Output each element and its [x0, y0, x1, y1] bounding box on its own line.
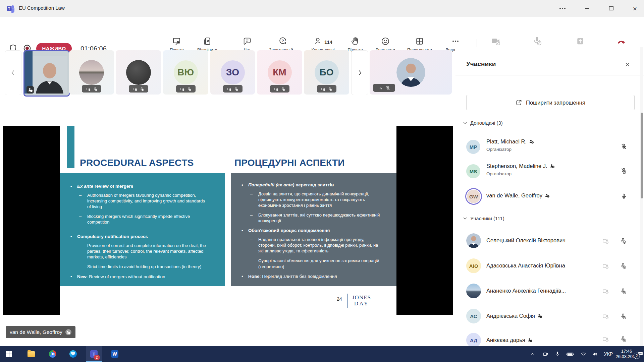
mic-off-icon: [328, 87, 332, 91]
camera-off-icon: [180, 87, 184, 91]
camera-off-icon[interactable]: [602, 263, 609, 269]
avatar-photo-speaker: [396, 58, 425, 87]
video-tile-presenter[interactable]: [23, 50, 70, 97]
avatar-tile[interactable]: БО: [304, 50, 349, 95]
avatar-tile[interactable]: КМ: [257, 50, 302, 95]
camera-off-icon[interactable]: [602, 313, 609, 319]
scrollbar-thumb[interactable]: [641, 113, 643, 198]
participant-count: 114: [324, 39, 332, 46]
chevron-down-icon[interactable]: [462, 120, 468, 126]
avatar: MS: [466, 164, 480, 178]
mic-muted-icon: [385, 85, 390, 90]
mic-off-icon: [93, 87, 97, 91]
attendees-section-header[interactable]: Учасники (111): [470, 216, 504, 221]
word-icon[interactable]: W: [107, 346, 123, 362]
mic-off-icon[interactable]: [620, 336, 626, 342]
screen-share-icon: [162, 36, 192, 46]
slide-body-en: Ex ante review of mergers Authorisation …: [60, 173, 225, 286]
close-icon[interactable]: ×: [625, 0, 644, 17]
speakers-section-header[interactable]: Доповідачі (3): [470, 120, 503, 126]
tray-mic-icon[interactable]: [552, 346, 563, 362]
toolbar-react[interactable]: Реагувати: [370, 36, 400, 52]
avatar-tile[interactable]: ВЮ: [163, 50, 208, 95]
spotlight-tile[interactable]: [370, 50, 452, 95]
more-dots-icon: [440, 36, 471, 46]
chrome-icon[interactable]: [45, 346, 61, 362]
avatar-tile[interactable]: [69, 50, 114, 95]
attendee-badge-icon: [537, 313, 542, 318]
toolbar-raise-hand[interactable]: Підняти: [340, 36, 370, 52]
tray-expand-icon[interactable]: [527, 346, 537, 362]
avatar-initials: КМ: [268, 60, 292, 84]
presentation-slide: PROCEDURAL ASPECTS ПРОЦЕДУРНІ АСПЕКТИ Ex…: [60, 126, 396, 315]
mic-off-icon[interactable]: [620, 313, 626, 319]
attendee-badge-icon: [65, 329, 71, 335]
mic-muted-icon[interactable]: [621, 143, 627, 150]
close-icon[interactable]: [623, 60, 632, 69]
attendee-badge-icon: [528, 338, 533, 343]
attendee-badge-icon: [550, 164, 555, 169]
tray-camera-icon[interactable]: [540, 346, 551, 362]
avatar: MP: [466, 140, 480, 154]
edge-icon[interactable]: [65, 346, 81, 362]
mic-off-icon[interactable]: [620, 238, 626, 244]
attendee-badge-icon: [545, 193, 550, 198]
more-icon[interactable]: [553, 0, 572, 17]
mic-off-icon[interactable]: [620, 288, 626, 294]
avatar: АЮ: [466, 258, 481, 273]
mic-off-icon: [187, 87, 191, 91]
avatar-tile[interactable]: [116, 50, 161, 95]
avatar: АС: [466, 309, 481, 323]
jones-day-logo: JONES DAY: [352, 295, 371, 307]
avatar-initials: БО: [315, 60, 339, 84]
slide-accent-bar: [67, 126, 74, 168]
unpin-icon: [192, 36, 222, 46]
svg-text:T: T: [8, 7, 10, 11]
logo-divider: [347, 294, 347, 308]
camera-off-icon: [321, 87, 325, 91]
camera-off-icon[interactable]: [602, 288, 609, 294]
slide-title-en: PROCEDURAL ASPECTS: [80, 158, 194, 168]
tray-wifi-icon[interactable]: [578, 346, 589, 362]
scrollbar[interactable]: [640, 47, 643, 346]
tray-battery-icon[interactable]: [564, 346, 576, 362]
minimize-icon[interactable]: [578, 0, 597, 17]
file-explorer-icon[interactable]: [23, 346, 39, 362]
camera-off-icon: [481, 36, 511, 46]
divider: [455, 75, 644, 75]
share-invite-button[interactable]: Поширити запрошення: [466, 95, 635, 110]
toolbar-start-share[interactable]: Почати: [162, 36, 192, 52]
toolbar-qa[interactable]: ? Запитання й...: [268, 36, 298, 52]
camera-off-icon: [227, 87, 231, 91]
teams-icon[interactable]: T 2: [86, 346, 102, 362]
mic-muted-icon[interactable]: [621, 168, 627, 174]
toolbar-unpin[interactable]: Відкріпити: [192, 36, 222, 52]
action-center-icon[interactable]: 2: [637, 346, 644, 362]
teams-logo-icon: T: [6, 4, 15, 13]
strip-scroll-right[interactable]: [351, 50, 368, 95]
camera-off-icon: [274, 87, 278, 91]
language-indicator[interactable]: УКР: [601, 346, 616, 362]
strip-scroll-left[interactable]: [5, 50, 21, 95]
toolbar-chat[interactable]: Чат: [232, 36, 262, 52]
camera-off-icon[interactable]: [602, 238, 609, 244]
mic-off-icon: [522, 36, 552, 46]
maximize-icon[interactable]: [601, 0, 621, 17]
avatar-speaking: GW: [467, 190, 480, 203]
toolbar-view[interactable]: Переглянути: [405, 36, 435, 52]
avatar-tile[interactable]: ЗО: [210, 50, 255, 95]
chevron-down-icon[interactable]: [462, 216, 468, 221]
mic-on-icon[interactable]: [621, 193, 627, 200]
teams-notification-badge: 2: [94, 355, 100, 360]
mic-off-icon[interactable]: [620, 263, 626, 269]
active-speaker-label: van de Walle, Geoffroy: [6, 326, 75, 338]
tray-speaker-icon[interactable]: [589, 346, 600, 362]
start-icon[interactable]: [1, 346, 17, 362]
hang-up-icon: [606, 36, 637, 46]
volume-level-icon: [378, 85, 383, 90]
toolbar-participants[interactable]: 114 Користувачі: [308, 36, 338, 52]
avatar-photo-dark: [126, 60, 151, 85]
shared-content-stage: PROCEDURAL ASPECTS ПРОЦЕДУРНІ АСПЕКТИ Ex…: [3, 126, 453, 315]
camera-off-icon: [86, 87, 91, 91]
camera-off-icon[interactable]: [602, 336, 609, 342]
